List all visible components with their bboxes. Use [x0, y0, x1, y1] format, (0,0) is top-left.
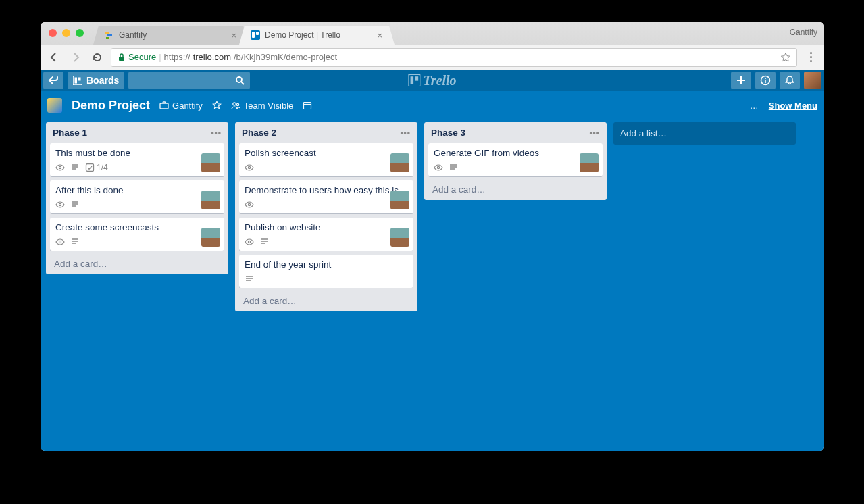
svg-rect-21: [304, 103, 311, 109]
reload-button[interactable]: [89, 49, 105, 66]
svg-point-23: [59, 166, 61, 168]
card[interactable]: End of the year sprint: [239, 255, 413, 288]
watch-icon: [55, 237, 65, 247]
browser-menu-button[interactable]: [803, 52, 819, 62]
visibility-button[interactable]: Team Visible: [231, 101, 293, 111]
list-header[interactable]: Phase 1•••: [50, 126, 224, 139]
list-header[interactable]: Phase 2•••: [239, 126, 413, 139]
boards-button[interactable]: Boards: [68, 72, 124, 89]
tab-title: Ganttify: [119, 30, 147, 40]
account-avatar[interactable]: [804, 72, 821, 89]
card[interactable]: Generate GIF from videos: [428, 143, 603, 176]
window-maximize-button[interactable]: [76, 29, 84, 37]
svg-rect-17: [765, 80, 766, 83]
trello-logo-icon: [408, 74, 420, 86]
window-minimize-button[interactable]: [62, 29, 70, 37]
secure-text: Secure: [128, 52, 156, 62]
watch-icon: [434, 163, 443, 172]
info-icon: [760, 75, 771, 86]
star-button[interactable]: [212, 101, 222, 110]
watch-icon: [55, 200, 65, 209]
profile-label[interactable]: Ganttify: [790, 28, 817, 37]
card[interactable]: Demonstrate to users how easy this is: [239, 180, 413, 213]
forward-button[interactable]: [68, 49, 84, 66]
list: Phase 1•••This must be done1/4After this…: [46, 122, 228, 274]
svg-point-38: [248, 241, 250, 243]
card-title: End of the year sprint: [245, 259, 408, 270]
secure-badge: Secure: [117, 52, 156, 62]
window-close-button[interactable]: [49, 29, 57, 37]
toolbar: Secure | https://trello.com/b/Kkjh39mK/d…: [41, 45, 824, 70]
member-avatar[interactable]: [390, 228, 409, 247]
list: Phase 2•••Polish screencastDemonstrate t…: [235, 122, 417, 311]
trello-favicon-icon: [250, 30, 261, 41]
member-avatar[interactable]: [201, 191, 220, 209]
team-button[interactable]: Ganttify: [159, 101, 203, 111]
svg-rect-2: [106, 37, 109, 39]
search-icon: [235, 76, 245, 85]
card[interactable]: Polish screencast: [239, 143, 413, 176]
member-avatar[interactable]: [580, 153, 599, 172]
member-avatar[interactable]: [201, 228, 220, 247]
notifications-button[interactable]: [780, 72, 800, 89]
tab-title: Demo Project | Trello: [265, 30, 340, 40]
add-list-button[interactable]: Add a list…: [613, 122, 796, 145]
card-title: This must be done: [55, 148, 219, 158]
card-title: Create some screencasts: [55, 222, 219, 232]
list-menu-button[interactable]: •••: [400, 128, 411, 138]
back-button[interactable]: [46, 49, 62, 66]
card[interactable]: This must be done1/4: [50, 143, 224, 176]
svg-rect-18: [160, 103, 168, 109]
svg-point-36: [248, 166, 250, 168]
list-header[interactable]: Phase 3•••: [428, 126, 603, 139]
svg-point-10: [236, 77, 242, 82]
svg-point-16: [765, 78, 766, 79]
list-menu-button[interactable]: •••: [211, 128, 222, 138]
menu-dots-icon: …: [750, 101, 759, 111]
address-bar[interactable]: Secure | https://trello.com/b/Kkjh39mK/d…: [111, 48, 797, 67]
svg-point-37: [248, 203, 250, 205]
url-host: trello.com: [193, 52, 231, 62]
watch-icon: [245, 200, 254, 209]
trello-logo[interactable]: Trello: [408, 73, 456, 89]
member-avatar[interactable]: [390, 191, 409, 209]
bell-icon: [784, 75, 795, 86]
list-title: Phase 1: [53, 128, 87, 138]
member-avatar[interactable]: [201, 153, 220, 172]
close-tab-icon[interactable]: ×: [231, 30, 236, 41]
add-card-button[interactable]: Add a card…: [50, 255, 224, 270]
svg-rect-5: [256, 32, 259, 35]
calendar-button[interactable]: [303, 101, 312, 110]
visibility-label: Team Visible: [244, 101, 293, 111]
description-icon: [449, 163, 458, 172]
info-button[interactable]: [755, 72, 776, 89]
watch-icon: [245, 237, 254, 247]
tab-ganttify[interactable]: Ganttify ×: [93, 26, 249, 45]
svg-point-19: [233, 103, 236, 105]
close-tab-icon[interactable]: ×: [377, 30, 382, 41]
browser-chrome: Ganttify × Demo Project | Trello × Gantt…: [41, 22, 824, 70]
people-icon: [231, 101, 240, 110]
card-title: Generate GIF from videos: [434, 148, 597, 158]
board-title[interactable]: Demo Project: [72, 99, 150, 113]
svg-rect-0: [105, 32, 109, 34]
card[interactable]: After this is done: [50, 180, 224, 213]
member-avatar[interactable]: [390, 153, 409, 172]
card[interactable]: Create some screencasts: [50, 218, 224, 251]
svg-rect-7: [73, 76, 82, 85]
tab-trello[interactable]: Demo Project | Trello ×: [239, 26, 395, 45]
board-canvas[interactable]: Phase 1•••This must be done1/4After this…: [41, 120, 824, 451]
create-button[interactable]: [731, 72, 751, 89]
show-menu-button[interactable]: Show Menu: [769, 101, 817, 111]
svg-point-20: [236, 103, 238, 105]
bookmark-star-icon[interactable]: [780, 52, 791, 63]
ganttify-favicon-icon: [104, 30, 115, 41]
search-input[interactable]: [128, 72, 250, 89]
add-card-button[interactable]: Add a card…: [239, 292, 413, 307]
card[interactable]: Publish on website: [239, 218, 413, 251]
back-to-home-button[interactable]: [43, 72, 63, 89]
trello-logo-text: Trello: [423, 73, 456, 89]
list-menu-button[interactable]: •••: [589, 128, 600, 138]
card-title: Publish on website: [245, 222, 408, 232]
add-card-button[interactable]: Add a card…: [428, 180, 603, 196]
